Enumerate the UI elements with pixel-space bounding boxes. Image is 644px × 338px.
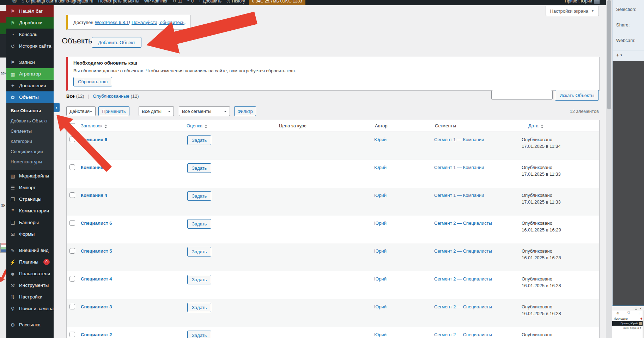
set-rating-button[interactable]: Задать <box>187 303 211 312</box>
apply-button[interactable]: Применить <box>98 106 129 116</box>
sidebar-item-polzovateli[interactable]: ☻Пользователи <box>6 268 54 279</box>
history-link[interactable]: ◷History <box>224 0 248 4</box>
author-link[interactable]: Юрий <box>374 165 387 170</box>
sidebar-subitem-kategorii[interactable]: Категории <box>6 136 54 146</box>
view-objects-link[interactable]: Посмотреть объекты <box>96 0 141 4</box>
sort-by-title[interactable]: Заголовок <box>81 123 107 128</box>
add-source-button[interactable]: +▼ <box>616 52 623 58</box>
sidebar-item-vneshnij-vid[interactable]: ✎Внешний вид <box>6 245 54 256</box>
object-title-link[interactable]: Компания 5 <box>81 165 107 170</box>
sidebar-item-import[interactable]: ☰Импорт <box>6 182 54 193</box>
sidebar-item-kommentarii[interactable]: ❞Комментарии <box>6 205 54 217</box>
updates-link[interactable]: ↻11 <box>170 0 185 4</box>
wp-logo-button[interactable]: Ⓦ <box>10 0 19 4</box>
sidebar-subitem-dobavit-obekt[interactable]: Добавить Объект <box>6 116 54 126</box>
sidebar-item-formy[interactable]: ✉Формы <box>6 228 54 240</box>
author-link[interactable]: Юрий <box>374 193 387 198</box>
row-checkbox[interactable] <box>69 192 75 198</box>
author-link[interactable]: Юрий <box>374 248 387 254</box>
sidebar-item-stranicy[interactable]: ❐Страницы <box>6 193 54 205</box>
segment-link[interactable]: Сегмент 1 — Компании <box>434 193 484 198</box>
account-link[interactable]: Привет, Юрий <box>562 0 602 4</box>
comments-link[interactable]: ❝0 <box>185 0 196 4</box>
sidebar-subitem-segmenty[interactable]: Сегменты <box>6 126 54 136</box>
sidebar-item-nashel-bag[interactable]: ⚑Нашёл баг <box>6 5 54 17</box>
set-rating-button[interactable]: Задать <box>187 247 211 256</box>
set-rating-button[interactable]: Задать <box>187 163 211 173</box>
add-new-link[interactable]: +Добавить <box>196 0 224 4</box>
set-rating-button[interactable]: Задать <box>187 135 211 145</box>
object-title-link[interactable]: Специалист 4 <box>81 276 112 282</box>
segment-link[interactable]: Сегмент 2 — Специалисты <box>434 276 492 282</box>
sidebar-item-nastrojki[interactable]: ⇅Настройки <box>6 291 54 303</box>
sidebar-item-obekty[interactable]: ✿Объекты <box>6 91 54 103</box>
screen-options-button[interactable]: Настройки экрана ▼ <box>546 6 599 16</box>
author-link[interactable]: Юрий <box>374 276 387 282</box>
segments-filter-select[interactable]: Все сегменты <box>179 106 230 116</box>
set-rating-button[interactable]: Задать <box>187 219 211 229</box>
row-checkbox[interactable] <box>69 332 75 337</box>
object-title-link[interactable]: Компания 6 <box>81 137 107 142</box>
search-input[interactable] <box>491 90 553 100</box>
view-all-link[interactable]: Все <box>66 93 75 99</box>
site-link[interactable]: ⌂Страница сайта demo-agregator.ru <box>19 0 96 4</box>
sidebar-subitem-nomenklatury[interactable]: Номенклатуры <box>6 157 54 167</box>
select-all-checkbox[interactable] <box>69 123 75 129</box>
menu-collapse-tab[interactable]: ‹ <box>54 103 60 112</box>
object-title-link[interactable]: Специалист 6 <box>81 221 112 226</box>
row-checkbox[interactable] <box>69 137 75 142</box>
segment-link[interactable]: Сегмент 1 — Компании <box>434 137 484 142</box>
set-rating-button[interactable]: Задать <box>187 275 211 284</box>
sidebar-item-plaginy[interactable]: ⚡Плагины9 <box>6 256 54 268</box>
sidebar-item-istoriya-sajta[interactable]: ↺История сайта <box>6 40 54 52</box>
segment-link[interactable]: Сегмент 2 — Специалисты <box>434 304 492 309</box>
reset-cache-button[interactable]: Сбросить кэш <box>73 77 112 86</box>
sidebar-item-mediafajly[interactable]: ▧Медиафайлы <box>6 170 54 182</box>
bulk-actions-select[interactable]: Действия <box>66 106 96 116</box>
set-rating-button[interactable]: Задать <box>187 191 211 201</box>
wp-adminer-link[interactable]: WP Adminer <box>142 0 170 4</box>
sidebar-item-dopolneniya[interactable]: ✦Дополнения <box>6 80 54 91</box>
search-objects-button[interactable]: Искать Объекты <box>555 90 599 101</box>
dates-filter-select[interactable]: Все даты <box>139 106 174 116</box>
object-title-link[interactable]: Специалист 5 <box>81 248 112 254</box>
object-title-link[interactable]: Компания 4 <box>81 193 107 198</box>
object-title-link[interactable]: Специалист 3 <box>81 304 112 309</box>
segment-link[interactable]: Сегмент 2 — Специалисты <box>434 332 492 337</box>
row-checkbox[interactable] <box>69 304 75 309</box>
sidebar-subitem-specifikacii[interactable]: Спецификации <box>6 146 54 157</box>
author-link[interactable]: Юрий <box>374 304 387 309</box>
sidebar-item-instrumenty[interactable]: ⚒Инструменты <box>6 279 54 291</box>
sidebar-item-poisk-i-zamena[interactable]: ⚲Поиск и замена <box>6 303 54 314</box>
sidebar-item-zapisi[interactable]: ⚑Записи <box>6 56 54 68</box>
segment-link[interactable]: Сегмент 2 — Специалисты <box>434 248 492 254</box>
author-link[interactable]: Юрий <box>374 221 387 226</box>
row-checkbox[interactable] <box>69 164 75 170</box>
publish-datetime: 16.01.2025 в 16:28 <box>522 311 561 316</box>
sort-by-date[interactable]: Дата <box>528 123 543 128</box>
row-checkbox[interactable] <box>69 248 75 254</box>
sidebar-subitem-vse-obekty[interactable]: Все Объекты <box>6 105 54 116</box>
author-link[interactable]: Юрий <box>374 332 387 337</box>
sidebar-item-bannery[interactable]: ❏Баннеры <box>6 217 54 228</box>
filter-button[interactable]: Фильтр <box>234 106 256 116</box>
add-object-button[interactable]: Добавить Объект <box>92 37 141 48</box>
sidebar-item-agregator[interactable]: ▦Агрегатор <box>6 68 54 80</box>
view-published-link[interactable]: Опубликованные <box>93 93 129 99</box>
set-rating-button[interactable]: Задать <box>187 331 211 338</box>
please-update-link[interactable]: Пожалуйста, обновитесь <box>132 20 184 25</box>
window-scrollbar[interactable] <box>606 0 612 338</box>
sidebar-item-konsol[interactable]: ◔Консоль <box>6 29 54 40</box>
sort-by-rating[interactable]: Оценка <box>187 123 207 128</box>
sidebar-item-rassylka[interactable]: ⚙Рассылка <box>6 319 54 331</box>
sidebar-item-dorabotki[interactable]: ⚑Доработки <box>6 17 54 29</box>
scrollbar-thumb[interactable] <box>607 0 611 109</box>
object-title-link[interactable]: Специалист 2 <box>81 332 112 337</box>
row-checkbox[interactable] <box>69 220 75 226</box>
main-content: Настройки экрана ▼ Доступен WordPress 6.… <box>54 5 606 338</box>
author-link[interactable]: Юрий <box>374 137 387 142</box>
wp-version-link[interactable]: WordPress 6.8.1 <box>95 20 129 25</box>
segment-link[interactable]: Сегмент 2 — Специалисты <box>434 221 492 226</box>
segment-link[interactable]: Сегмент 1 — Компании <box>434 165 484 170</box>
row-checkbox[interactable] <box>69 276 75 282</box>
